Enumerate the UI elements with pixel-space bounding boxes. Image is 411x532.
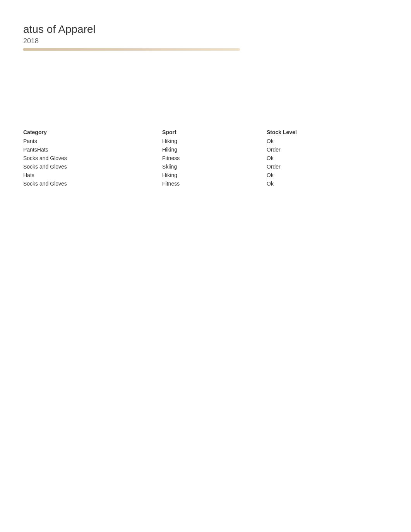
cell-sport: Fitness: [162, 179, 267, 188]
cell-category: PantsHats: [23, 145, 162, 154]
cell-stock-level: Ok: [267, 137, 388, 145]
page-title: atus of Apparel: [23, 23, 388, 36]
data-table: Category Sport Stock Level PantsHikingOk…: [23, 128, 388, 188]
cell-stock-level: Ok: [267, 171, 388, 179]
cell-sport: Hiking: [162, 145, 267, 154]
cell-sport: Hiking: [162, 171, 267, 179]
cell-sport: Skiing: [162, 162, 267, 171]
cell-sport: Hiking: [162, 137, 267, 145]
table-row: PantsHatsHikingOrder: [23, 145, 388, 154]
cell-category: Socks and Gloves: [23, 154, 162, 162]
column-header-sport: Sport: [162, 128, 267, 137]
cell-stock-level: Ok: [267, 154, 388, 162]
page-container: atus of Apparel 2018 Category Sport Stoc…: [0, 0, 411, 211]
table-row: Socks and GlovesSkiingOrder: [23, 162, 388, 171]
cell-category: Hats: [23, 171, 162, 179]
column-header-stock-level: Stock Level: [267, 128, 388, 137]
spacer: [23, 66, 388, 128]
page-subtitle: 2018: [23, 37, 388, 45]
title-underline: [23, 48, 240, 51]
column-header-category: Category: [23, 128, 162, 137]
cell-stock-level: Order: [267, 145, 388, 154]
cell-sport: Fitness: [162, 154, 267, 162]
cell-stock-level: Order: [267, 162, 388, 171]
table-row: Socks and GlovesFitnessOk: [23, 179, 388, 188]
table-row: Socks and GlovesFitnessOk: [23, 154, 388, 162]
table-header-row: Category Sport Stock Level: [23, 128, 388, 137]
table-row: HatsHikingOk: [23, 171, 388, 179]
table-row: PantsHikingOk: [23, 137, 388, 145]
cell-category: Pants: [23, 137, 162, 145]
cell-category: Socks and Gloves: [23, 179, 162, 188]
cell-category: Socks and Gloves: [23, 162, 162, 171]
cell-stock-level: Ok: [267, 179, 388, 188]
